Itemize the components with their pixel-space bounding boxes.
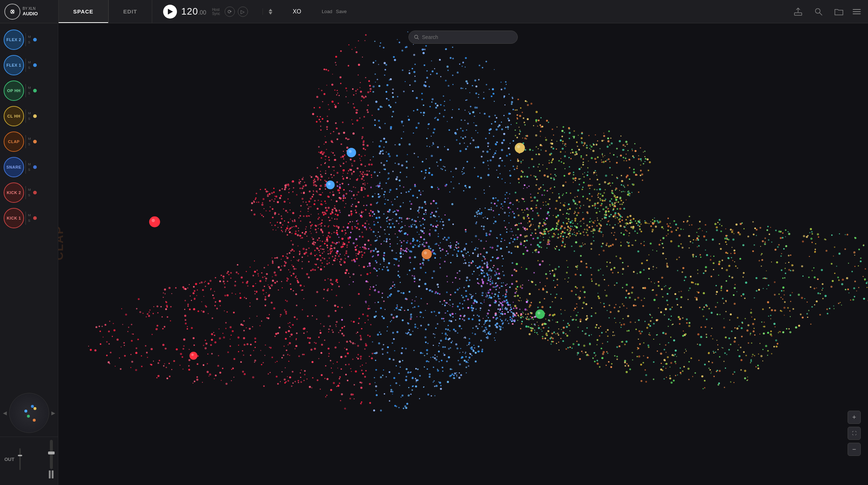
mute-flex2[interactable]: M: [28, 35, 31, 39]
channel-button-clap[interactable]: CLAP: [4, 131, 24, 152]
channel-button-kick2[interactable]: KICK 2: [4, 182, 24, 203]
search-icon[interactable]: [812, 5, 825, 18]
preset-up-arrow[interactable]: [269, 9, 272, 11]
solo-flex1[interactable]: S: [28, 66, 31, 70]
channel-snare: SNARE M S: [0, 154, 58, 180]
main-content: FLEX 2 M S FLEX 1 M S OP HH M S: [0, 23, 868, 485]
dot-flex2: [33, 38, 37, 42]
search-input[interactable]: [422, 34, 512, 40]
volume-fader-track[interactable]: [19, 448, 21, 470]
channel-button-op-hh[interactable]: OP HH: [4, 80, 24, 101]
mute-snare[interactable]: M: [28, 162, 31, 167]
logo-text: BY XLN AUDIO: [23, 7, 38, 17]
channel-kick2: KICK 2 M S: [0, 180, 58, 205]
dot-flex1: [33, 63, 37, 67]
search-bar-icon: [414, 35, 419, 40]
dot-op-hh: [33, 89, 37, 92]
zoom-out-button[interactable]: −: [848, 443, 861, 456]
folder-icon[interactable]: [832, 5, 845, 18]
wheel-left-arrow[interactable]: ◀: [3, 410, 7, 416]
solo-op-hh[interactable]: S: [28, 91, 31, 96]
export-icon[interactable]: [792, 5, 805, 18]
save-button[interactable]: Save: [336, 9, 347, 14]
mute-op-hh[interactable]: M: [28, 86, 31, 90]
play-button[interactable]: [163, 5, 177, 19]
dot-kick1: [33, 216, 37, 220]
out-label: OUT: [4, 457, 14, 462]
mute-clap[interactable]: M: [28, 137, 31, 141]
pause-icon: [49, 470, 54, 478]
svg-point-4: [415, 35, 418, 39]
solo-clap[interactable]: S: [28, 142, 31, 147]
wheel-right-arrow[interactable]: ▶: [51, 410, 55, 416]
sync-icons: ⟳ ▷: [225, 7, 248, 17]
volume-control[interactable]: [49, 440, 54, 478]
search-bar[interactable]: [409, 31, 518, 44]
tab-space[interactable]: SPACE: [58, 0, 108, 23]
channel-button-flex1[interactable]: FLEX 1: [4, 55, 24, 75]
menu-icon[interactable]: [853, 9, 861, 14]
load-save-area: Load Save: [322, 9, 347, 14]
mini-mixer-area: ◀ ▶: [0, 389, 58, 437]
channel-cl-hh: CL HH M S: [0, 103, 58, 129]
solo-flex2[interactable]: S: [28, 40, 31, 45]
mute-cl-hh[interactable]: M: [28, 111, 31, 116]
top-right-actions: [792, 5, 868, 18]
solo-cl-hh[interactable]: S: [28, 117, 31, 121]
sidebar: FLEX 2 M S FLEX 1 M S OP HH M S: [0, 23, 58, 485]
channel-button-flex2[interactable]: FLEX 2: [4, 29, 24, 50]
mini-wheel[interactable]: [9, 393, 49, 433]
channel-op-hh: OP HH M S: [0, 78, 58, 103]
load-button[interactable]: Load: [322, 9, 332, 14]
nav-tabs: SPACE EDIT: [58, 0, 152, 23]
channel-button-kick1[interactable]: KICK 1: [4, 208, 24, 228]
mute-kick2[interactable]: M: [28, 188, 31, 192]
volume-slider[interactable]: [50, 440, 53, 469]
channel-flex1: FLEX 1 M S: [0, 52, 58, 78]
top-bar: X BY XLN AUDIO SPACE EDIT 120 .00 Host S…: [0, 0, 868, 23]
channel-flex2: FLEX 2 M S: [0, 27, 58, 52]
preset-area: XO Load Save: [263, 8, 353, 15]
search-bar-container: [409, 31, 518, 44]
play-icon: [168, 9, 173, 15]
mute-flex1[interactable]: M: [28, 60, 31, 65]
logo-area: X BY XLN AUDIO: [0, 4, 58, 20]
dot-clap: [33, 140, 37, 143]
svg-line-5: [418, 38, 419, 40]
svg-point-2: [816, 8, 820, 13]
space-area[interactable]: CLAP + ⛶ −: [58, 23, 868, 485]
solo-snare[interactable]: S: [28, 167, 31, 172]
transport-area: 120 .00 Host Sync ⟳ ▷: [156, 5, 255, 19]
zoom-reset-button[interactable]: ⛶: [848, 427, 861, 440]
logo-icon: X: [4, 4, 20, 20]
dot-kick2: [33, 191, 37, 194]
dot-cl-hh: [33, 114, 37, 118]
svg-line-3: [820, 13, 822, 15]
host-sync-label: Host Sync: [212, 8, 220, 16]
preset-nav-arrows[interactable]: [269, 9, 272, 15]
tab-edit[interactable]: EDIT: [108, 0, 152, 23]
preset-down-arrow[interactable]: [269, 12, 272, 15]
mute-kick1[interactable]: M: [28, 213, 31, 218]
play2-icon[interactable]: ▷: [238, 7, 248, 17]
channel-button-snare[interactable]: SNARE: [4, 157, 24, 177]
dot-cloud-canvas[interactable]: [58, 23, 868, 485]
channel-kick1: KICK 1 M S: [0, 205, 58, 231]
zoom-in-button[interactable]: +: [848, 411, 861, 424]
volume-slider-handle[interactable]: [48, 452, 55, 454]
solo-kick2[interactable]: S: [28, 193, 31, 198]
loop-icon[interactable]: ⟳: [225, 7, 235, 17]
solo-kick1[interactable]: S: [28, 218, 31, 223]
preset-name[interactable]: XO: [275, 8, 319, 15]
volume-fader-handle[interactable]: [18, 455, 22, 456]
out-section: OUT: [0, 437, 58, 481]
tempo-display[interactable]: 120 .00: [181, 6, 206, 17]
svg-rect-0: [794, 13, 802, 15]
dot-snare: [33, 165, 37, 169]
channel-button-cl-hh[interactable]: CL HH: [4, 106, 24, 126]
channel-clap: CLAP M S: [0, 129, 58, 154]
zoom-controls: + ⛶ −: [848, 411, 861, 456]
